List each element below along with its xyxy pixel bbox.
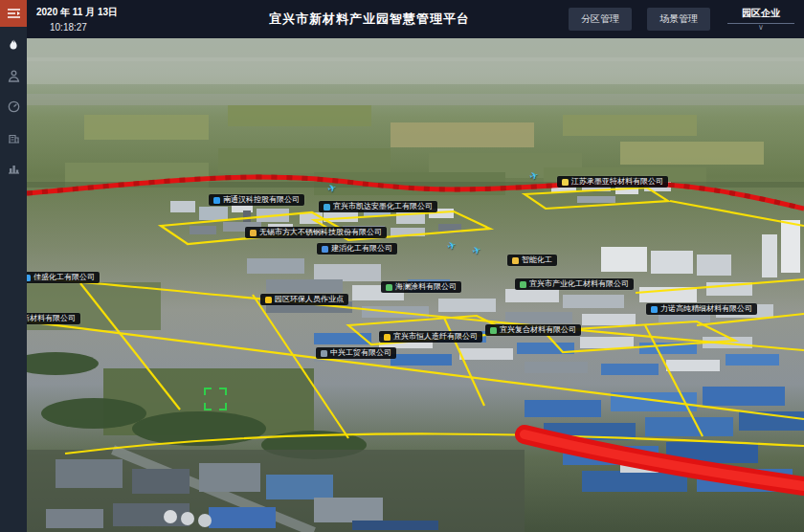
header-bar: 2020 年 11 月 13日 10:18:27 宜兴市新材料产业园智慧管理平台… <box>27 0 804 38</box>
menu-icon <box>7 8 21 19</box>
company-label[interactable]: 建滔化工有限公司 <box>317 243 397 255</box>
selection-box <box>204 388 227 410</box>
vehicle-marker-icon[interactable]: ✈ <box>326 181 339 195</box>
company-label[interactable]: 中兴工贸有限公司 <box>316 347 396 359</box>
header-controls: 分区管理 场景管理 园区企业 ∨ <box>569 7 804 32</box>
company-label[interactable]: 兴华新材料有限公司 <box>27 313 80 324</box>
sidebar <box>0 0 27 532</box>
company-icon <box>213 197 220 204</box>
vehicle-marker-icon[interactable]: ✈ <box>528 168 541 183</box>
map-3d-view[interactable]: 南通汉科控股有限公司宜兴市凯达安墨化工有限公司无锡市方大不锈钢科技股份有限公司江… <box>27 38 804 532</box>
datetime-block: 2020 年 11 月 13日 10:18:27 <box>27 6 170 33</box>
company-label-text: 南通汉科控股有限公司 <box>223 196 300 204</box>
company-icon <box>651 306 658 313</box>
company-label-text: 无锡市方大不锈钢科技股份有限公司 <box>259 229 382 236</box>
company-icon <box>384 334 391 341</box>
zone-manage-button[interactable]: 分区管理 <box>569 8 632 31</box>
company-label[interactable]: 园区环保人员作业点 <box>260 294 348 305</box>
person-icon <box>8 70 20 82</box>
company-label-text: 力诺高纯精细材料有限公司 <box>660 305 752 313</box>
gauge-icon <box>8 100 20 113</box>
sidebar-item-statistics[interactable] <box>0 155 27 180</box>
company-label-text: 宜兴市恒人造纤有限公司 <box>393 333 478 341</box>
company-label[interactable]: 江苏承墨亚特材料有限公司 <box>557 176 668 188</box>
company-label[interactable]: 宜兴市恒人造纤有限公司 <box>379 331 482 343</box>
current-time: 10:18:27 <box>36 22 170 33</box>
bar-chart-icon <box>8 162 20 174</box>
park-enterprise-label: 园区企业 <box>726 7 796 20</box>
building-icon <box>8 131 20 144</box>
company-icon <box>265 297 272 303</box>
company-label-text: 宜兴市产业化工材料有限公司 <box>529 280 629 288</box>
company-label-text: 佳盛化工有限公司 <box>34 274 95 281</box>
company-label-text: 智能化工 <box>522 256 552 264</box>
sidebar-item-personnel[interactable] <box>0 63 27 88</box>
company-icon <box>386 284 392 291</box>
sidebar-item-enterprise[interactable] <box>0 124 27 149</box>
company-label-text: 江苏承墨亚特材料有限公司 <box>571 178 663 186</box>
company-label[interactable]: 佳盛化工有限公司 <box>27 272 100 283</box>
company-icon <box>520 281 526 288</box>
company-icon <box>27 275 31 281</box>
flame-icon <box>8 38 19 52</box>
sidebar-item-fire[interactable] <box>0 33 27 57</box>
company-icon <box>321 350 327 357</box>
company-label[interactable]: 宜兴市凯达安墨化工有限公司 <box>319 201 437 212</box>
company-icon <box>512 257 519 264</box>
app-window: 2020 年 11 月 13日 10:18:27 宜兴市新材料产业园智慧管理平台… <box>0 0 804 532</box>
company-icon <box>322 246 328 253</box>
sidebar-item-monitor[interactable] <box>0 94 27 119</box>
current-date: 2020 年 11 月 13日 <box>36 6 170 19</box>
company-label-text: 兴华新材料有限公司 <box>27 315 76 322</box>
company-icon <box>490 327 497 334</box>
company-icon <box>324 204 330 211</box>
company-label[interactable]: 海澜涂料有限公司 <box>381 281 461 293</box>
menu-button[interactable] <box>0 0 27 27</box>
company-icon <box>562 179 569 186</box>
company-label-text: 海澜涂料有限公司 <box>395 283 457 291</box>
vehicle-marker-icon[interactable]: ✈ <box>446 238 458 253</box>
company-label-text: 中兴工贸有限公司 <box>330 349 391 357</box>
company-label[interactable]: 南通汉科控股有限公司 <box>209 194 304 206</box>
company-label[interactable]: 宜兴市产业化工材料有限公司 <box>515 278 634 290</box>
company-label[interactable]: 力诺高纯精细材料有限公司 <box>646 303 757 315</box>
scene-manage-button[interactable]: 场景管理 <box>647 8 710 31</box>
company-label-text: 宜兴复合材料有限公司 <box>500 326 576 334</box>
park-enterprise-dropdown[interactable]: 园区企业 ∨ <box>726 7 796 32</box>
vehicle-marker-icon[interactable]: ✈ <box>471 243 483 257</box>
company-label[interactable]: 智能化工 <box>507 255 557 266</box>
company-label-text: 园区环保人员作业点 <box>275 296 344 303</box>
company-label-text: 宜兴市凯达安墨化工有限公司 <box>333 203 433 211</box>
chevron-down-icon: ∨ <box>726 24 796 32</box>
company-label-text: 建滔化工有限公司 <box>331 245 392 253</box>
company-label[interactable]: 无锡市方大不锈钢科技股份有限公司 <box>245 227 387 238</box>
company-icon <box>250 230 257 236</box>
page-title: 宜兴市新材料产业园智慧管理平台 <box>170 11 569 28</box>
company-label[interactable]: 宜兴复合材料有限公司 <box>485 324 581 336</box>
